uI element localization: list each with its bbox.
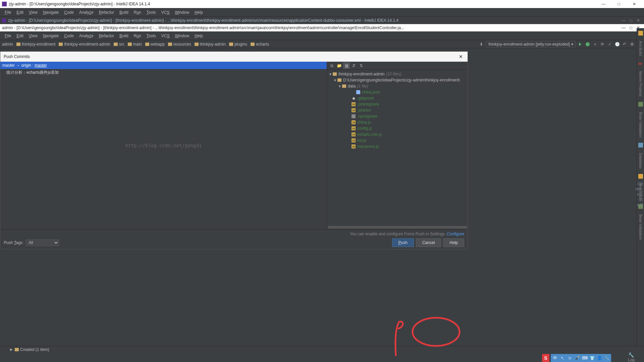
inner-minimize-button[interactable]: ― <box>620 25 627 30</box>
bean-validation-icon[interactable] <box>638 102 643 107</box>
expand-all-icon[interactable]: ⇵ <box>351 62 357 69</box>
sidebar-bean-validation-2[interactable]: Bean Validation <box>639 214 643 240</box>
menu-view[interactable]: View <box>26 34 40 38</box>
configure-link[interactable]: Configure <box>447 232 464 236</box>
tree-row[interactable]: JSecharts.min.js <box>327 131 468 137</box>
branch-row[interactable]: master → origin : master <box>0 62 327 69</box>
ime-user-icon[interactable]: 👤 <box>596 355 602 361</box>
menu-run[interactable]: Run <box>131 10 144 15</box>
menu-tools[interactable]: Tools <box>144 10 159 15</box>
show-diff-icon[interactable]: ⧉ <box>328 62 335 69</box>
tree-row[interactable]: .npmignore <box>327 113 468 119</box>
ime-emoji-icon[interactable]: ☺ <box>567 355 573 361</box>
file-tree[interactable]: ▼thinkjoy-enrollment-admin(10 files)▼D:\… <box>327 70 468 226</box>
menu-window[interactable]: Window <box>172 34 192 38</box>
menu-view[interactable]: View <box>26 10 40 15</box>
push-tags-select[interactable]: All <box>25 239 59 246</box>
tab-maximize-icon[interactable]: □ <box>627 18 635 23</box>
ime-settings-icon[interactable]: 🔧 <box>604 355 610 361</box>
menu-file[interactable]: File <box>2 10 14 15</box>
vcs-revert-icon[interactable]: ↶ <box>622 42 627 47</box>
tree-row[interactable]: JSconfig.js <box>327 125 468 131</box>
twisty-icon[interactable]: ▼ <box>333 78 337 82</box>
ant-icon[interactable] <box>638 31 643 36</box>
crumb-echarts[interactable]: echarts <box>251 42 269 47</box>
menu-analyze[interactable]: Analyze <box>76 10 96 15</box>
tree-row[interactable]: JSmacarons.js <box>327 143 468 149</box>
crumb-thinkjoy-enrollment[interactable]: thinkjoy-enrollment <box>16 42 56 47</box>
tree-row[interactable]: JS.jshintignore <box>327 101 468 107</box>
menu-window[interactable]: Window <box>172 10 192 15</box>
ant-icon-2[interactable] <box>638 174 643 179</box>
debug-button[interactable] <box>585 42 590 47</box>
vcs-update-icon[interactable]: ⟳ <box>600 42 605 47</box>
menu-build[interactable]: Build <box>117 34 131 38</box>
horizontal-scrollbar[interactable] <box>328 226 467 229</box>
twisty-icon[interactable]: ▼ <box>338 84 342 88</box>
tab-close-icon[interactable]: ✕ <box>635 18 642 23</box>
database-icon[interactable] <box>638 143 643 147</box>
tree-row[interactable]: ▼thinkjoy-enrollment-admin(10 files) <box>327 71 468 77</box>
close-button[interactable]: ✕ <box>627 0 642 8</box>
inner-maximize-button[interactable]: □ <box>627 25 635 30</box>
menu-analyze[interactable]: Analyze <box>76 34 96 38</box>
menu-code[interactable]: Code <box>61 34 76 38</box>
vcs-history-icon[interactable]: 🕓 <box>614 42 620 47</box>
menu-refactor[interactable]: Refactor <box>96 10 117 15</box>
cancel-button[interactable]: Cancel <box>416 238 441 247</box>
menu-edit[interactable]: Edit <box>14 34 26 38</box>
crumb-webapp[interactable]: webapp <box>145 42 165 47</box>
menu-navigate[interactable]: Navigate <box>40 34 61 38</box>
ime-keyboard-icon[interactable]: ⌨ <box>582 355 588 361</box>
sidebar-maven[interactable]: Maven Projects <box>639 71 643 97</box>
group-by-directory-icon[interactable]: 📁 <box>336 62 342 69</box>
help-button[interactable]: Help <box>443 238 464 247</box>
remote-branch-link[interactable]: master <box>35 63 47 68</box>
twisty-icon[interactable]: ▼ <box>328 72 332 76</box>
sidebar-ant-build[interactable]: Ant Build <box>639 41 643 56</box>
sidebar-database[interactable]: Database <box>639 153 643 169</box>
tree-row[interactable]: china.json <box>327 89 468 95</box>
menu-file[interactable]: File <box>2 34 14 38</box>
crumb-thinkjoy-admin[interactable]: thinkjoy-admin <box>195 42 226 47</box>
ime-skin-icon[interactable]: 👕 <box>589 355 595 361</box>
crumb-admin[interactable]: admin <box>2 42 13 47</box>
menu-code[interactable]: Code <box>61 10 76 15</box>
tree-row[interactable]: ◆.gitignore <box>327 95 468 101</box>
event-log-button[interactable]: 🔧 Log <box>628 353 635 362</box>
menu-navigate[interactable]: Navigate <box>40 10 61 15</box>
vcs-commit-icon[interactable]: ✓ <box>607 42 612 47</box>
ime-voice-icon[interactable]: 🎤 <box>574 355 580 361</box>
run-button[interactable] <box>578 42 583 47</box>
tree-row[interactable]: ▼data(1 file) <box>327 83 468 89</box>
group-by-module-icon[interactable]: ▦ <box>343 62 350 69</box>
ime-lang-icon[interactable]: 中 <box>552 355 558 361</box>
make-project-icon[interactable]: ⬇ <box>479 42 484 47</box>
menu-help[interactable]: Help <box>192 34 206 38</box>
outer-file-tab[interactable]: zjy-admin - [D:\Users\gengsongbo\IdeaPro… <box>0 17 644 24</box>
crumb-thinkjoy-enrollment-admin[interactable]: thinkjoy-enrollment-admin <box>59 42 110 47</box>
crumb-resources[interactable]: resources <box>168 42 191 47</box>
commit-message[interactable]: 统计分析：echarts插件js添加 <box>0 69 327 76</box>
maven-icon[interactable]: m <box>638 61 643 66</box>
menu-help[interactable]: Help <box>192 10 206 15</box>
run-configuration-selector[interactable]: thinkjoy-enrollment-admin [jetty:run-exp… <box>486 41 576 48</box>
menu-edit[interactable]: Edit <box>14 10 26 15</box>
crumb-plugins[interactable]: plugins <box>229 42 247 47</box>
push-button[interactable]: Push <box>392 238 414 247</box>
menu-build[interactable]: Build <box>117 10 131 15</box>
collapse-all-icon[interactable]: ⇅ <box>358 62 365 69</box>
minimize-button[interactable]: ― <box>596 0 611 8</box>
maximize-button[interactable]: □ <box>611 0 627 8</box>
menu-vcs[interactable]: VCS <box>159 34 172 38</box>
menu-vcs[interactable]: VCS <box>159 10 172 15</box>
tab-minimize-icon[interactable]: ― <box>620 18 627 23</box>
menu-tools[interactable]: Tools <box>144 34 159 38</box>
menu-run[interactable]: Run <box>131 34 144 38</box>
ime-punct-icon[interactable]: •, <box>559 355 566 361</box>
tree-row[interactable]: JSchina.js <box>327 119 468 125</box>
sidebar-bean-validation[interactable]: Bean Validation <box>639 112 643 137</box>
expand-icon[interactable]: ▶ <box>10 348 13 351</box>
settings-icon[interactable]: ⚙ <box>629 42 635 47</box>
stop-button[interactable]: ■ <box>592 42 598 47</box>
